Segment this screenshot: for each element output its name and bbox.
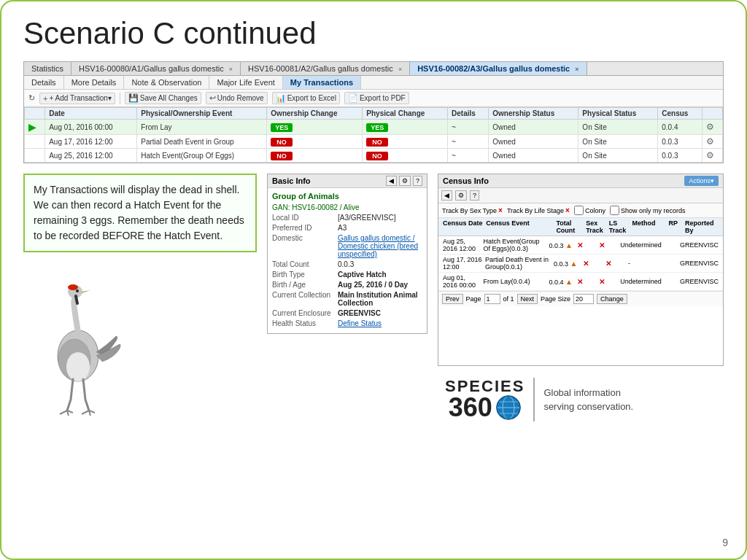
panel-help-btn[interactable]: ? xyxy=(413,176,422,186)
census-help-btn[interactable]: ? xyxy=(470,190,479,201)
info-row-domestic: Domestic Gallus gallus domestic / Domest… xyxy=(272,234,422,258)
filter-track-life-remove[interactable]: × xyxy=(565,206,570,214)
local-id-label: Local ID xyxy=(272,214,338,222)
census-total-0: 0.0.3 ▲ xyxy=(547,241,575,249)
group-of-animals-title: Group of Animals xyxy=(272,192,422,201)
table-row: Aug 17, 2016 12:00 Partial Death Event i… xyxy=(25,135,723,149)
actions-button[interactable]: Actions▾ xyxy=(684,176,719,186)
page-number-input[interactable] xyxy=(484,294,500,304)
red-x-icon: ✕ xyxy=(599,241,605,249)
row-physical-status: On Site xyxy=(578,135,658,149)
census-ls-1: ✕ xyxy=(604,260,627,268)
red-x-icon: ✕ xyxy=(605,260,611,268)
tab-bar: Statistics HSV16-00080/A1/Gallus gallus … xyxy=(24,62,723,76)
info-row-preferred-id: Preferred ID A3 xyxy=(272,224,422,232)
colony-checkbox[interactable] xyxy=(574,206,584,215)
species-360-row: 360 xyxy=(449,394,522,421)
undo-remove-button[interactable]: ↩ Undo Remove xyxy=(206,92,268,104)
census-ls-0: ✕ xyxy=(597,241,619,249)
census-col-headers: Census Date Census Event Total Count Sex… xyxy=(438,218,723,236)
tab-a1-close[interactable]: × xyxy=(229,66,233,73)
row-gear[interactable]: ⚙ xyxy=(702,135,722,149)
panel-settings-btn[interactable]: ⚙ xyxy=(399,176,411,186)
tab-a2[interactable]: HSV16-00081/A2/Gallus gallus domestic × xyxy=(241,62,410,75)
tagline-line2: serving conservation. xyxy=(543,400,633,414)
row-details: ~ xyxy=(448,120,489,135)
tab-a3[interactable]: HSV16-00082/A3/Gallus gallus domestic × xyxy=(410,62,587,75)
tab-statistics[interactable]: Statistics xyxy=(24,62,71,75)
birth-type-label: Birth Type xyxy=(272,271,338,279)
gear-icon[interactable]: ⚙ xyxy=(706,136,714,147)
no-badge: NO xyxy=(366,138,388,147)
change-page-size-button[interactable]: Change xyxy=(597,294,627,304)
col-header-arrow xyxy=(25,108,45,120)
toolbar-separator-1 xyxy=(120,93,120,104)
save-all-button[interactable]: 💾 Save All Changes xyxy=(125,92,201,104)
domestic-value[interactable]: Gallus gallus domestic / Domestic chicke… xyxy=(338,234,422,258)
subtab-my-transactions[interactable]: My Transactions xyxy=(283,76,361,89)
info-row-total-count: Total Count 0.0.3 xyxy=(272,260,422,268)
col-total-count: Total Count xyxy=(554,219,584,234)
domestic-label: Domestic xyxy=(272,234,338,258)
basic-info-header: Basic Info ◀ ⚙ ? xyxy=(268,174,427,188)
svg-point-2 xyxy=(66,352,90,381)
col-header-ownership-status: Ownership Status xyxy=(489,108,578,120)
gear-icon[interactable]: ⚙ xyxy=(706,122,714,132)
col-census-event: Census Event xyxy=(484,219,554,234)
census-settings-btn[interactable]: ⚙ xyxy=(455,190,467,201)
subtab-note-observation[interactable]: Note & Observation xyxy=(124,76,209,89)
info-row-current-enclosure: Current Enclosure GREENVISC xyxy=(272,309,422,317)
local-id-value: [A3/GREENVISC] xyxy=(338,214,422,222)
col-reported-by: Reported By xyxy=(684,219,720,234)
census-event-0: Hatch Event(Group Of Eggs)(0.0.3) xyxy=(482,238,548,252)
logo-divider xyxy=(533,378,535,421)
tab-a3-close[interactable]: × xyxy=(575,66,578,73)
of-label: of 1 xyxy=(503,295,514,303)
up-arrow-icon: ▲ xyxy=(565,241,573,249)
census-table-row: Aug 01, 2016 00:00 From Lay(0.0.4) 0.0.4… xyxy=(438,273,723,291)
census-pagination: Prev Page of 1 Next Page Size Change xyxy=(438,291,723,306)
col-header-actions xyxy=(702,108,722,120)
gear-icon[interactable]: ⚙ xyxy=(706,150,714,160)
export-pdf-button[interactable]: 📄 Export to PDF xyxy=(344,92,409,104)
panel-expand-btn[interactable]: ◀ xyxy=(386,176,397,186)
pdf-icon: 📄 xyxy=(348,93,358,103)
tab-a2-close[interactable]: × xyxy=(398,66,402,73)
census-toolbar: ◀ ⚙ ? xyxy=(438,188,723,203)
basic-info-panel: Basic Info ◀ ⚙ ? Group of Animals GAN: H… xyxy=(267,174,427,334)
row-census: 0.0.3 xyxy=(658,135,702,149)
census-date-1: Aug 17, 2016 12:00 xyxy=(441,256,484,271)
add-transaction-button[interactable]: + + Add Transaction▾ xyxy=(39,93,115,104)
row-physical-change: NO xyxy=(363,135,448,149)
tagline: Global information serving conservation. xyxy=(543,386,633,414)
transactions-panel: Statistics HSV16-00080/A1/Gallus gallus … xyxy=(23,61,724,163)
filter-track-sex-remove[interactable]: × xyxy=(498,206,503,214)
health-status-value[interactable]: Define Status xyxy=(338,319,422,327)
col-header-details: Details xyxy=(448,108,489,120)
info-row-current-collection: Current Collection Main Institution Anim… xyxy=(272,291,422,307)
census-expand-btn[interactable]: ◀ xyxy=(441,190,452,201)
tab-a1[interactable]: HSV16-00080/A1/Gallus gallus domestic × xyxy=(71,62,241,75)
page-size-input[interactable] xyxy=(573,294,594,304)
slide-title: Scenario C continued xyxy=(23,16,724,51)
next-page-button[interactable]: Next xyxy=(517,294,538,304)
col-rp: RP xyxy=(667,219,684,234)
subtab-details[interactable]: Details xyxy=(24,76,64,89)
show-mine-checkbox[interactable] xyxy=(610,206,619,215)
subtab-major-life-event[interactable]: Major Life Event xyxy=(209,76,282,89)
census-panel-icons: Actions▾ xyxy=(684,176,719,186)
row-gear[interactable]: ⚙ xyxy=(702,120,722,135)
subtab-more-details[interactable]: More Details xyxy=(64,76,125,89)
actions-label: Actions▾ xyxy=(689,177,714,184)
row-arrow: ▶ xyxy=(25,120,45,135)
prev-page-button[interactable]: Prev xyxy=(442,294,463,304)
row-arrow xyxy=(25,135,45,149)
census-sex-0: ✕ xyxy=(576,241,597,249)
crane-container xyxy=(23,257,257,421)
col-sex-track: Sex Track xyxy=(584,219,608,234)
row-gear[interactable]: ⚙ xyxy=(702,149,722,163)
tagline-line1: Global information xyxy=(543,386,633,400)
export-excel-button[interactable]: 📊 Export to Excel xyxy=(272,92,340,104)
info-row-gan: GAN: HSV16-00082 / Alive xyxy=(272,203,422,211)
info-row-birth-age: Birth / Age Aug 25, 2016 / 0 Day xyxy=(272,281,422,289)
